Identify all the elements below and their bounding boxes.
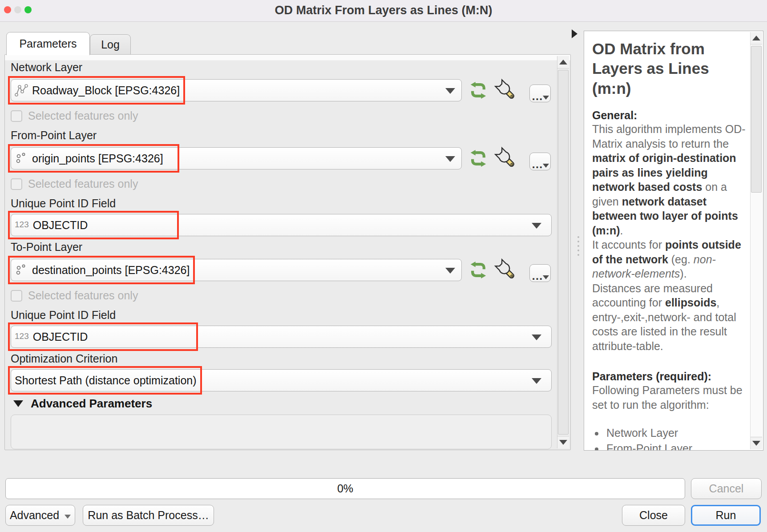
optimization-criterion-row: Shortest Path (distance optimization) <box>11 369 558 391</box>
tab-parameters[interactable]: Parameters <box>6 32 90 55</box>
advanced-options-wrench-button[interactable] <box>493 78 518 103</box>
unique-point-id-field-row: 123OBJECTID <box>11 214 558 236</box>
network-layer-combo[interactable]: Roadway_Block [EPSG:4326] <box>11 79 462 101</box>
optimization-criterion-combo[interactable]: Shortest Path (distance optimization) <box>11 369 552 391</box>
dropdown-arrow-icon <box>445 268 455 274</box>
advanced-parameters-label: Advanced Parameters <box>31 397 152 411</box>
browse-ellipsis-button[interactable]: … <box>529 153 551 170</box>
scroll-down-button[interactable] <box>751 437 762 449</box>
dropdown-arrow-icon <box>445 156 455 162</box>
progress-bar: 0% <box>5 478 685 499</box>
help-title: OD Matrix from Layers as Lines (m:n) <box>592 39 749 98</box>
advanced-parameters-groupbox <box>11 415 552 449</box>
annotation-red-box: 123OBJECTID <box>11 214 176 236</box>
dropdown-arrow-icon <box>445 88 455 94</box>
titlebar: OD Matrix From Layers as Lines (M:N) <box>0 0 767 22</box>
point-layer-icon <box>15 152 28 165</box>
line-layer-icon <box>15 84 28 97</box>
help-paragraph: Following Parameters must be set to run … <box>592 383 749 412</box>
run-as-batch-button[interactable]: Run as Batch Process… <box>83 505 214 526</box>
help-scrollbar[interactable] <box>750 32 762 449</box>
selected-features-only-row: Selected features only <box>11 289 558 302</box>
unique-point-id-field-row: 123OBJECTID <box>11 326 558 348</box>
optimization-criterion-label: Optimization Criterion <box>11 352 558 365</box>
selected-features-checkbox[interactable] <box>11 290 22 302</box>
parameters-required-heading: Parameters (required): <box>592 370 749 383</box>
parameters-pane: Network LayerRoadway_Block [EPSG:4326]…S… <box>4 54 571 450</box>
ellipsis-icon: … <box>532 159 544 169</box>
general-heading: General: <box>592 109 749 122</box>
advanced-button-label: Advanced <box>10 509 59 522</box>
zoom-window-button[interactable] <box>24 6 32 13</box>
dropdown-arrow-icon <box>532 335 541 340</box>
network-layer-label: Network Layer <box>11 61 558 74</box>
arrow-up-icon <box>752 36 760 40</box>
scrollbar-thumb[interactable] <box>558 70 569 435</box>
unique-point-id-field-value: OBJECTID <box>33 330 88 343</box>
required-parameter-item: From-Point Layer <box>605 441 749 451</box>
to-point-layer-value: destination_points [EPSG:4326] <box>32 264 190 277</box>
annotation-red-box: Roadway_Block [EPSG:4326] <box>11 80 182 101</box>
scroll-down-button[interactable] <box>557 436 569 448</box>
dropdown-arrow-icon <box>532 223 541 229</box>
selected-features-label: Selected features only <box>28 109 138 122</box>
help-panel-collapse-icon[interactable] <box>572 29 577 38</box>
advanced-options-wrench-button[interactable] <box>493 258 518 282</box>
required-parameters-list: Network LayerFrom-Point LayerTo-Point La… <box>605 425 749 451</box>
advanced-options-wrench-button[interactable] <box>493 146 518 171</box>
help-content: OD Matrix from Layers as Lines (m:n) Gen… <box>592 36 749 451</box>
annotation-red-box: destination_points [EPSG:4326] <box>11 259 192 281</box>
selected-features-checkbox[interactable] <box>11 110 22 122</box>
chevron-down-icon <box>543 96 549 100</box>
close-button[interactable]: Close <box>622 505 685 526</box>
from-point-layer-row: origin_points [EPSG:4326]… <box>11 146 558 171</box>
selected-features-label: Selected features only <box>28 177 138 190</box>
browse-ellipsis-button[interactable]: … <box>529 264 551 282</box>
help-paragraph: Distances are measured accounting for el… <box>592 281 749 354</box>
unique-point-id-field-value: OBJECTID <box>33 219 88 232</box>
network-layer-row: Roadway_Block [EPSG:4326]… <box>11 78 558 103</box>
unique-point-id-field-combo[interactable]: 123OBJECTID <box>11 214 552 236</box>
unique-point-id-field-label: Unique Point ID Field <box>11 309 558 322</box>
window-title: OD Matrix From Layers as Lines (M:N) <box>0 0 767 20</box>
advanced-parameters-header[interactable]: Advanced Parameters <box>13 397 558 410</box>
chevron-down-icon <box>543 275 549 279</box>
chevron-down-icon <box>65 515 71 519</box>
selected-features-checkbox[interactable] <box>11 178 22 190</box>
help-paragraph: It accounts for points outside of the ne… <box>592 238 749 281</box>
annotation-red-box: 123OBJECTID <box>11 326 195 347</box>
minimize-window-button[interactable] <box>14 6 21 13</box>
scrollbar-thumb[interactable] <box>751 46 762 193</box>
tab-log[interactable]: Log <box>90 34 131 55</box>
advanced-button[interactable]: Advanced <box>5 505 75 526</box>
ellipsis-icon: … <box>532 91 544 101</box>
dropdown-arrow-icon <box>532 378 541 384</box>
progress-value: 0% <box>337 482 353 495</box>
form-scrollbar[interactable] <box>557 56 569 448</box>
iterate-button[interactable] <box>468 149 488 168</box>
selected-features-only-row: Selected features only <box>11 109 558 122</box>
cancel-button[interactable]: Cancel <box>691 478 762 499</box>
network-layer-value: Roadway_Block [EPSG:4326] <box>32 84 180 97</box>
point-layer-icon <box>15 263 28 277</box>
unique-point-id-field-combo[interactable]: 123OBJECTID <box>11 326 552 348</box>
from-point-layer-combo[interactable]: origin_points [EPSG:4326] <box>11 147 462 169</box>
numeric-field-type-icon: 123 <box>15 220 29 230</box>
scroll-up-button[interactable] <box>751 32 762 44</box>
browse-ellipsis-button[interactable]: … <box>529 85 551 102</box>
arrow-down-icon <box>752 441 760 446</box>
arrow-up-icon <box>559 60 567 64</box>
from-point-layer-label: From-Point Layer <box>11 129 558 142</box>
iterate-button[interactable] <box>468 260 488 280</box>
unique-point-id-field-label: Unique Point ID Field <box>11 197 558 210</box>
close-window-button[interactable] <box>4 6 11 13</box>
to-point-layer-combo[interactable]: destination_points [EPSG:4326] <box>11 259 462 281</box>
annotation-red-box: Shortest Path (distance optimization) <box>11 370 199 391</box>
scroll-up-button[interactable] <box>557 56 569 69</box>
to-point-layer-row: destination_points [EPSG:4326]… <box>11 258 558 282</box>
run-button[interactable]: Run <box>691 505 761 526</box>
help-panel: OD Matrix from Layers as Lines (m:n) Gen… <box>584 31 763 451</box>
iterate-button[interactable] <box>468 81 488 100</box>
splitter-handle[interactable] <box>576 234 581 258</box>
form-scroll-area: Network LayerRoadway_Block [EPSG:4326]…S… <box>11 61 558 449</box>
